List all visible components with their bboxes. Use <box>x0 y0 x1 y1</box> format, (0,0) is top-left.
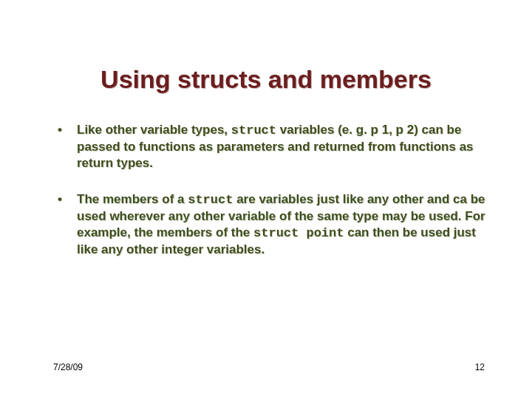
code-span: struct <box>231 123 276 137</box>
code-span: struct point <box>253 226 344 240</box>
footer-date: 7/28/09 <box>53 362 83 372</box>
bullet-text: Like other variable types, <box>77 123 231 137</box>
slide-body: Like other variable types, struct variab… <box>55 122 488 278</box>
footer-page-number: 12 <box>475 362 485 372</box>
bullet-text: The members of a <box>77 192 188 206</box>
slide-title: Using structs and members <box>0 65 532 94</box>
bullet-item: Like other variable types, struct variab… <box>55 122 488 171</box>
bullet-item: The members of a struct are variables ju… <box>55 191 488 257</box>
slide: Using structs and members Like other var… <box>0 0 532 399</box>
code-span: struct <box>188 193 233 207</box>
